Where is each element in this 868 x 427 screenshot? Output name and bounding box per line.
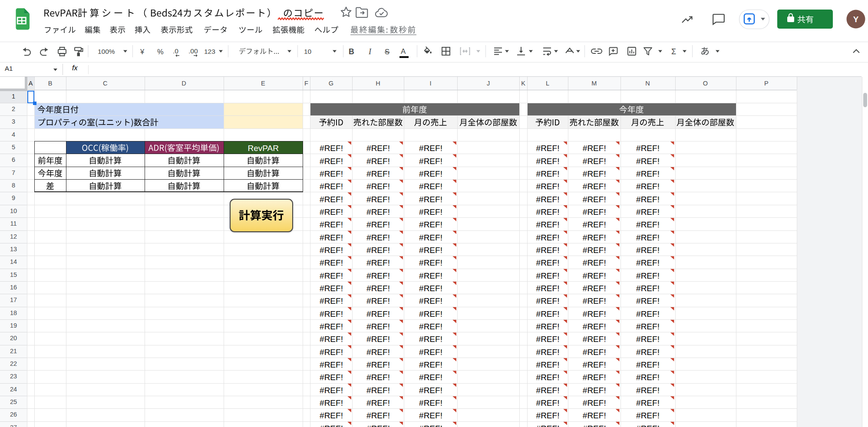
- svg-text:¥: ¥: [140, 48, 145, 56]
- svg-text:123: 123: [204, 48, 215, 55]
- svg-text:S: S: [385, 48, 389, 56]
- svg-text:I: I: [368, 47, 372, 56]
- svg-text:A: A: [401, 47, 406, 56]
- svg-text:.00: .00: [188, 47, 198, 55]
- svg-text:B: B: [349, 47, 354, 56]
- svg-text:%: %: [157, 48, 164, 56]
- svg-text:.0: .0: [173, 47, 178, 55]
- svg-text:10: 10: [304, 48, 312, 55]
- svg-text:Y: Y: [853, 15, 859, 24]
- svg-text:100%: 100%: [98, 48, 115, 55]
- svg-text:Σ: Σ: [671, 47, 676, 56]
